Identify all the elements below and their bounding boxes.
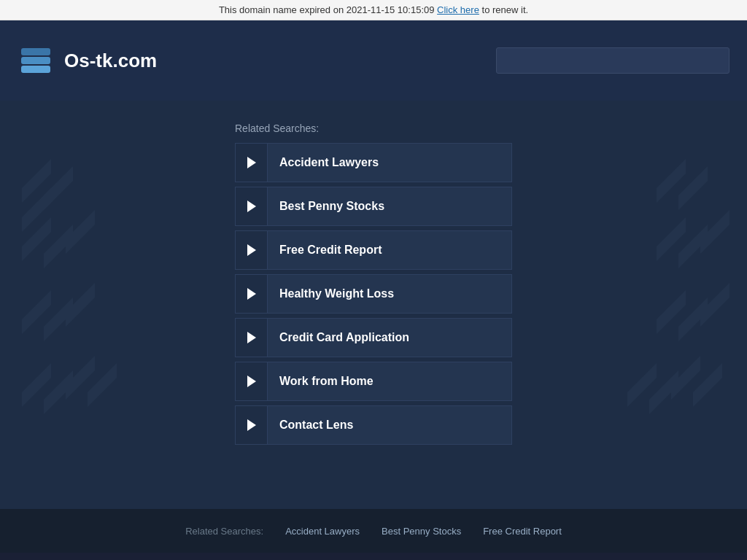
- logo-title: Os-tk.com: [64, 50, 157, 72]
- svg-marker-3: [22, 159, 51, 203]
- svg-marker-21: [44, 370, 73, 414]
- svg-rect-1: [21, 57, 50, 64]
- footer-related-label: Related Searches:: [185, 526, 263, 537]
- footer-link-accident-lawyers-footer[interactable]: Accident Lawyers: [285, 526, 360, 537]
- top-banner: This domain name expired on 2021-11-15 1…: [0, 0, 747, 20]
- footer-link-best-penny-stocks-footer[interactable]: Best Penny Stocks: [382, 526, 461, 537]
- banner-suffix: to renew it.: [482, 4, 529, 15]
- play-triangle-icon: [247, 419, 256, 431]
- arrow-icon: [236, 231, 268, 269]
- play-triangle-icon: [247, 157, 256, 168]
- search-item-best-penny-stocks[interactable]: Best Penny Stocks: [235, 187, 512, 226]
- logo-icon: [18, 42, 54, 79]
- svg-marker-12: [657, 159, 686, 203]
- svg-marker-22: [66, 356, 95, 400]
- search-item-label: Work from Home: [268, 375, 385, 388]
- svg-rect-0: [21, 66, 50, 73]
- banner-text: This domain name expired on 2021-11-15 1…: [219, 4, 435, 15]
- svg-marker-18: [678, 298, 708, 341]
- svg-marker-26: [671, 356, 700, 400]
- arrow-icon: [236, 275, 268, 313]
- svg-marker-7: [44, 225, 73, 268]
- svg-marker-17: [657, 290, 686, 334]
- svg-marker-19: [700, 283, 729, 327]
- search-item-label: Best Penny Stocks: [268, 200, 396, 213]
- svg-marker-27: [693, 363, 722, 407]
- svg-marker-8: [66, 210, 95, 254]
- search-item-accident-lawyers[interactable]: Accident Lawyers: [235, 143, 512, 182]
- svg-marker-16: [700, 210, 729, 254]
- play-triangle-icon: [247, 201, 256, 212]
- header: Os-tk.com: [0, 20, 747, 101]
- search-item-contact-lens[interactable]: Contact Lens: [235, 405, 512, 445]
- search-item-label: Credit Card Application: [268, 331, 421, 344]
- svg-marker-6: [22, 217, 51, 261]
- search-item-credit-card-application[interactable]: Credit Card Application: [235, 318, 512, 357]
- svg-marker-15: [678, 225, 708, 268]
- svg-marker-24: [627, 363, 657, 407]
- search-item-work-from-home[interactable]: Work from Home: [235, 362, 512, 401]
- related-searches-label: Related Searches:: [235, 122, 319, 134]
- search-item-label: Contact Lens: [268, 419, 365, 432]
- arrow-icon: [236, 187, 268, 225]
- play-triangle-icon: [247, 376, 256, 387]
- svg-marker-23: [88, 363, 117, 407]
- play-triangle-icon: [247, 332, 256, 343]
- arrow-icon: [236, 319, 268, 357]
- footer: Related Searches: Accident LawyersBest P…: [0, 509, 747, 553]
- svg-marker-9: [22, 290, 51, 334]
- play-triangle-icon: [247, 288, 256, 300]
- search-item-free-credit-report[interactable]: Free Credit Report: [235, 230, 512, 270]
- svg-marker-11: [66, 283, 95, 327]
- play-triangle-icon: [247, 244, 256, 256]
- header-search-input[interactable]: [496, 47, 729, 74]
- banner-link[interactable]: Click here: [437, 4, 479, 15]
- search-item-label: Healthy Weight Loss: [268, 287, 406, 300]
- search-links-list: Accident LawyersBest Penny StocksFree Cr…: [235, 143, 512, 445]
- svg-marker-13: [678, 166, 708, 210]
- svg-marker-14: [657, 217, 686, 261]
- arrow-icon: [236, 362, 268, 400]
- logo-area: Os-tk.com: [18, 42, 157, 79]
- svg-marker-5: [44, 166, 73, 210]
- svg-marker-4: [22, 188, 51, 232]
- arrow-icon: [236, 406, 268, 444]
- svg-marker-10: [44, 298, 73, 341]
- search-item-healthy-weight-loss[interactable]: Healthy Weight Loss: [235, 274, 512, 314]
- footer-links: Accident LawyersBest Penny StocksFree Cr…: [285, 526, 562, 537]
- arrow-icon: [236, 144, 268, 182]
- search-item-label: Free Credit Report: [268, 244, 393, 257]
- svg-marker-25: [649, 370, 678, 414]
- footer-link-free-credit-report-footer[interactable]: Free Credit Report: [483, 526, 562, 537]
- search-item-label: Accident Lawyers: [268, 156, 390, 169]
- svg-rect-2: [21, 48, 50, 55]
- svg-marker-20: [22, 363, 51, 407]
- main-content: Related Searches: Accident LawyersBest P…: [0, 101, 747, 509]
